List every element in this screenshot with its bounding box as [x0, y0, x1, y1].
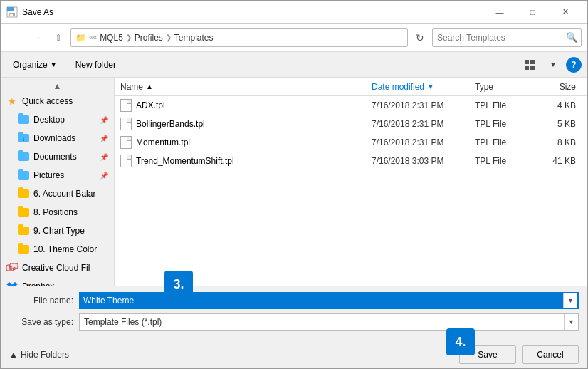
col-name-label: Name	[120, 82, 143, 92]
sidebar-item-quick-access[interactable]: ★ Quick access	[1, 92, 114, 110]
bottom-section: 3. File name: ▼ Save as type: Template F…	[1, 286, 587, 341]
sidebar-item-theme-color[interactable]: 10. Theme Color	[1, 240, 114, 259]
savetype-label: Save as type:	[9, 317, 73, 327]
sidebar-positions-label: 8. Positions	[33, 207, 78, 217]
sidebar-item-pictures[interactable]: Pictures 📌	[1, 166, 114, 184]
pin-icon-desktop: 📌	[100, 116, 108, 124]
window-controls: — □ ✕	[483, 1, 582, 24]
sidebar-item-chart-type[interactable]: 9. Chart Type	[1, 222, 114, 240]
new-folder-button[interactable]: New folder	[69, 56, 122, 74]
file-icon-momentum	[120, 136, 132, 149]
svg-rect-5	[530, 60, 535, 64]
hide-folders-arrow: ▲	[9, 350, 18, 360]
file-date-bollinger: 7/16/2018 2:31 PM	[372, 119, 475, 129]
col-date-label: Date modified	[372, 82, 424, 92]
breadcrumb[interactable]: 📁 «« MQL5 ❯ Profiles ❯ Templates	[70, 28, 408, 47]
organize-button[interactable]: Organize ▼	[6, 56, 63, 74]
cancel-button[interactable]: Cancel	[522, 345, 579, 364]
sidebar-item-positions[interactable]: 8. Positions	[1, 203, 114, 222]
sidebar-item-creative-cloud[interactable]: Cc Creative Cloud Fil	[1, 259, 114, 277]
file-type-momentum: TPL File	[475, 137, 539, 147]
breadcrumb-arrow-1: ❯	[126, 33, 132, 41]
file-size-momentum: 8 KB	[539, 137, 582, 147]
filename-dropdown-button[interactable]: ▼	[563, 293, 577, 308]
breadcrumb-mql5: MQL5	[100, 33, 123, 43]
search-box: 🔍	[432, 28, 582, 47]
table-row[interactable]: Trend_MomentumShift.tpl 7/16/2018 3:03 P…	[115, 152, 587, 170]
file-name-trend: Trend_MomentumShift.tpl	[136, 156, 372, 166]
svg-rect-1	[7, 7, 14, 11]
pin-icon-pictures: 📌	[100, 172, 108, 180]
sidebar-item-downloads[interactable]: ↓ Downloads 📌	[1, 129, 114, 147]
close-button[interactable]: ✕	[549, 1, 582, 24]
col-name-arrow: ▲	[146, 83, 153, 90]
search-button[interactable]: 🔍	[562, 28, 581, 47]
svg-rect-3	[10, 14, 13, 16]
organize-chevron: ▼	[51, 61, 57, 68]
svg-rect-7	[530, 66, 535, 70]
minimize-button[interactable]: —	[483, 1, 516, 24]
sidebar-desktop-label: Desktop	[33, 115, 65, 125]
account-folder-icon	[18, 188, 29, 199]
search-input[interactable]	[433, 33, 562, 43]
sidebar-pictures-label: Pictures	[33, 170, 64, 180]
file-date-trend: 7/16/2018 3:03 PM	[372, 156, 475, 166]
table-row[interactable]: Momentum.tpl 7/16/2018 2:31 PM TPL File …	[115, 133, 587, 152]
sidebar-creative-cloud-label: Creative Cloud Fil	[22, 263, 90, 273]
file-date-adx: 7/16/2018 2:31 PM	[372, 100, 475, 110]
theme-color-folder-icon	[18, 244, 29, 255]
file-name-momentum: Momentum.tpl	[136, 137, 372, 147]
step-3-badge: 3.	[164, 271, 193, 298]
sidebar-documents-label: Documents	[33, 152, 77, 162]
back-button[interactable]: ←	[6, 28, 25, 47]
sidebar: ▲ ★ Quick access Desktop 📌 ↓	[1, 78, 115, 286]
navigation-toolbar: ← → ⇧ 📁 «« MQL5 ❯ Profiles ❯ Templates ↻…	[1, 24, 587, 52]
sidebar-downloads-label: Downloads	[33, 133, 75, 143]
refresh-button[interactable]: ↻	[411, 28, 429, 47]
hide-folders-button[interactable]: ▲ Hide Folders	[9, 350, 69, 360]
file-name-adx: ADX.tpl	[136, 100, 372, 110]
file-date-momentum: 7/16/2018 2:31 PM	[372, 137, 475, 147]
column-type[interactable]: Type	[475, 82, 539, 92]
dialog-buttons: Save Cancel	[459, 345, 579, 364]
downloads-folder-icon: ↓	[18, 132, 29, 144]
sidebar-item-desktop[interactable]: Desktop 📌	[1, 110, 114, 129]
column-name[interactable]: Name ▲	[120, 82, 372, 92]
sidebar-item-account-balance[interactable]: 6. Account Balar	[1, 184, 114, 203]
savetype-dropdown-button[interactable]: ▼	[564, 314, 578, 330]
svg-rect-6	[525, 66, 529, 70]
table-row[interactable]: BollingerBands.tpl 7/16/2018 2:31 PM TPL…	[115, 115, 587, 133]
breadcrumb-profiles: Profiles	[135, 33, 163, 43]
file-size-adx: 4 KB	[539, 100, 582, 110]
filename-input-wrap: ▼	[79, 292, 579, 309]
col-date-sort-arrow: ▼	[427, 83, 434, 90]
maximize-button[interactable]: □	[516, 1, 549, 24]
filename-input[interactable]	[80, 293, 563, 308]
sidebar-item-documents[interactable]: Documents 📌	[1, 147, 114, 166]
view-toggle-button[interactable]	[520, 56, 540, 74]
savetype-value: Template Files (*.tpl)	[80, 313, 564, 331]
help-button[interactable]: ?	[566, 57, 582, 73]
pictures-folder-icon	[18, 170, 29, 181]
file-type-trend: TPL File	[475, 156, 539, 166]
sidebar-scroll-up[interactable]: ▲	[1, 80, 114, 92]
action-buttons-row: 4. ▲ Hide Folders Save Cancel	[1, 341, 587, 368]
sidebar-chart-type-label: 9. Chart Type	[33, 226, 85, 236]
quick-access-icon: ★	[6, 95, 18, 107]
sidebar-theme-color-label: 10. Theme Color	[33, 244, 97, 254]
view-dropdown-button[interactable]: ▼	[543, 56, 563, 74]
table-row[interactable]: ADX.tpl 7/16/2018 2:31 PM TPL File 4 KB	[115, 96, 587, 115]
new-folder-label: New folder	[75, 60, 116, 70]
column-date[interactable]: Date modified ▼	[372, 82, 475, 92]
sidebar-item-dropbox[interactable]: Dropbox	[1, 277, 114, 286]
forward-button[interactable]: →	[28, 28, 46, 47]
view-controls: ▼ ?	[520, 56, 582, 74]
creative-cloud-icon: Cc	[6, 262, 18, 274]
up-button[interactable]: ⇧	[49, 28, 68, 47]
file-size-bollinger: 5 KB	[539, 119, 582, 129]
breadcrumb-icon: 📁	[75, 33, 86, 43]
desktop-folder-icon	[18, 114, 29, 125]
file-icon-bollinger	[120, 118, 132, 130]
action-bar: Organize ▼ New folder ▼ ?	[1, 52, 587, 78]
column-size[interactable]: Size	[539, 82, 582, 92]
